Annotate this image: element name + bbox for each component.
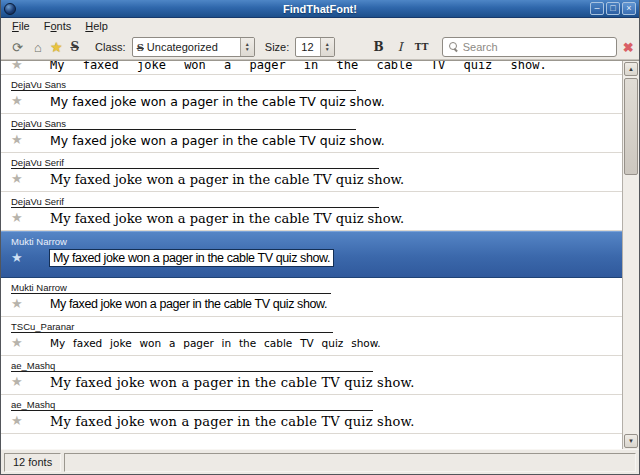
favorite-star-icon[interactable]: ★	[11, 171, 27, 187]
font-name-underline	[11, 371, 373, 372]
sample-text: My faxed joke won a pager in the cable T…	[50, 133, 385, 148]
home-icon[interactable]: ⌂	[28, 37, 49, 58]
close-button[interactable]: ×	[622, 2, 636, 15]
font-row[interactable]: DejaVu Serif★My faxed joke won a pager i…	[1, 153, 622, 192]
search-icon	[449, 42, 458, 51]
refresh-icon[interactable]: ⟳	[7, 37, 28, 58]
font-name: DejaVu Sans	[1, 75, 622, 90]
font-row[interactable]: ★My faxed joke won a pager in the cable …	[1, 61, 622, 75]
statusbar: 12 fonts	[1, 449, 639, 474]
bold-toggle-button[interactable]: B	[368, 37, 390, 58]
scrollbar-thumb[interactable]	[624, 78, 638, 175]
spinner-down-icon: ▼	[325, 47, 330, 52]
sample-text: My faxed joke won a pager in the cable T…	[50, 94, 385, 109]
favorite-star-icon[interactable]: ★	[11, 296, 27, 312]
menu-help[interactable]: Help	[78, 19, 115, 34]
font-list-rows: ★My faxed joke won a pager in the cable …	[1, 61, 622, 449]
font-name-underline	[11, 168, 379, 169]
clear-search-icon[interactable]: ✖	[621, 40, 635, 55]
favorite-star-icon[interactable]: ★	[11, 132, 27, 148]
font-row[interactable]: ae_Mashq★My faxed joke won a pager in th…	[1, 356, 622, 395]
size-spinner-arrows[interactable]: ▲ ▼	[320, 38, 334, 56]
font-name-underline	[11, 332, 333, 333]
font-row[interactable]: ae_Mashq★My faxed joke won a pager in th…	[1, 395, 622, 434]
favorites-star-icon[interactable]: ★	[48, 37, 64, 58]
italic-toggle-button[interactable]: I	[389, 37, 411, 58]
minimize-button[interactable]: –	[590, 2, 604, 15]
font-name-underline	[11, 293, 331, 294]
selected-sample-text[interactable]: My faxed joke won a pager in the cable T…	[49, 249, 334, 267]
scroll-up-button[interactable]: ▲	[624, 62, 638, 76]
sample-text: My faxed joke won a pager in the cable T…	[50, 297, 327, 311]
font-list: ★My faxed joke won a pager in the cable …	[1, 60, 639, 449]
font-row[interactable]: Mukti Narrow★My faxed joke won a pager i…	[1, 278, 622, 317]
font-name: Mukti Narrow	[1, 278, 622, 293]
font-name: ae_Mashq	[1, 356, 622, 371]
font-name-underline	[11, 207, 379, 208]
font-name: TSCu_Paranar	[1, 317, 622, 332]
sample-text: My faxed joke won a pager in the cable T…	[50, 211, 404, 226]
font-name-underline	[11, 129, 356, 130]
font-name: ae_Mashq	[1, 395, 622, 410]
class-combobox-arrows[interactable]: ▲ ▼	[240, 38, 254, 56]
vertical-scrollbar[interactable]: ▲ ▼	[622, 61, 639, 449]
favorite-star-icon[interactable]: ★	[11, 413, 27, 429]
class-combobox[interactable]: S Uncategorized ▲ ▼	[132, 37, 255, 57]
scroll-down-button[interactable]: ▼	[624, 434, 638, 448]
toolbar: ⟳ ⌂ ★ S Class: S Uncategorized ▲ ▼ Size:…	[1, 35, 639, 60]
font-name-underline	[11, 90, 356, 91]
favorite-star-icon[interactable]: ★	[11, 61, 27, 73]
font-name: DejaVu Serif	[1, 153, 622, 168]
font-count-status: 12 fonts	[4, 453, 61, 472]
favorite-star-icon[interactable]: ★	[11, 250, 27, 266]
smallcaps-toggle-button[interactable]: TT	[411, 37, 433, 58]
statusbar-spacer	[64, 453, 636, 472]
search-box[interactable]	[442, 37, 618, 57]
font-name: DejaVu Sans	[1, 114, 622, 129]
font-row[interactable]: DejaVu Serif★My faxed joke won a pager i…	[1, 192, 622, 231]
favorite-star-icon[interactable]: ★	[11, 210, 27, 226]
font-row[interactable]: DejaVu Sans★My faxed joke won a pager in…	[1, 114, 622, 153]
menu-file[interactable]: File	[5, 19, 37, 34]
favorite-star-icon[interactable]: ★	[11, 93, 27, 109]
class-combobox-value: Uncategorized	[147, 41, 240, 53]
size-spinner[interactable]: 12 ▲ ▼	[295, 37, 334, 57]
font-row[interactable]: DejaVu Sans★My faxed joke won a pager in…	[1, 75, 622, 114]
window-title: FindThatFont!	[1, 3, 639, 15]
sample-text: My faxed joke won a pager in the cable T…	[50, 414, 415, 429]
sample-text: My faxed joke won a pager in the cable T…	[50, 61, 547, 72]
titlebar: FindThatFont! – □ ×	[1, 0, 639, 18]
search-input[interactable]	[463, 41, 613, 53]
menubar: FileFontsHelp	[1, 18, 639, 35]
size-value: 12	[296, 41, 319, 53]
favorite-star-icon[interactable]: ★	[11, 374, 27, 390]
sample-text: My faxed joke won a pager in the cable T…	[50, 172, 404, 187]
sample-text: My faxed joke won a pager in the cable T…	[50, 375, 415, 390]
class-combobox-icon: S	[133, 42, 147, 53]
font-row[interactable]: TSCu_Paranar★My faxed joke won a pager i…	[1, 317, 622, 356]
maximize-button[interactable]: □	[606, 2, 620, 15]
favorite-star-icon[interactable]: ★	[11, 335, 27, 351]
font-name-underline	[11, 410, 373, 411]
font-name: Mukti Narrow	[1, 232, 622, 247]
class-icon[interactable]: S	[64, 37, 85, 58]
menu-fonts[interactable]: Fonts	[37, 19, 79, 34]
sample-text: My faxed joke won a pager in the cable T…	[50, 337, 381, 349]
font-name: DejaVu Serif	[1, 192, 622, 207]
chevron-down-icon: ▼	[245, 47, 250, 52]
app-window: FindThatFont! – □ × FileFontsHelp ⟳ ⌂ ★ …	[0, 0, 640, 475]
size-label: Size:	[265, 41, 289, 53]
font-row[interactable]: Mukti Narrow★My faxed joke won a pager i…	[1, 231, 622, 278]
class-label: Class:	[95, 41, 126, 53]
